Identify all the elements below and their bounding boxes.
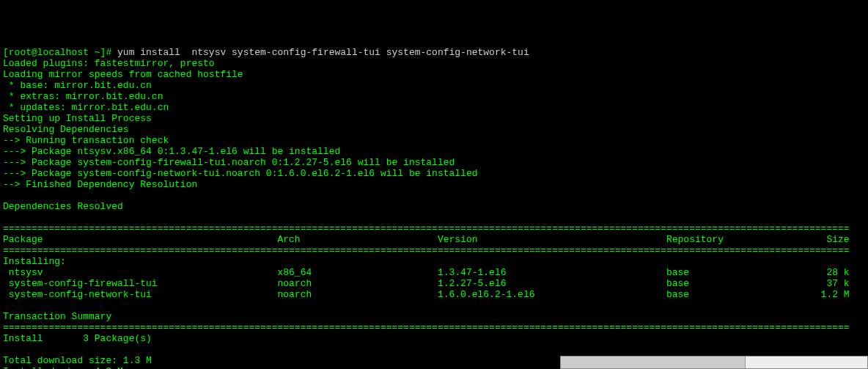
terminal-output: [root@localhost ~]# yum install ntsysv s… [3,47,865,369]
horizontal-scrollbar-thumb[interactable] [561,357,746,368]
horizontal-scrollbar[interactable] [560,356,868,369]
